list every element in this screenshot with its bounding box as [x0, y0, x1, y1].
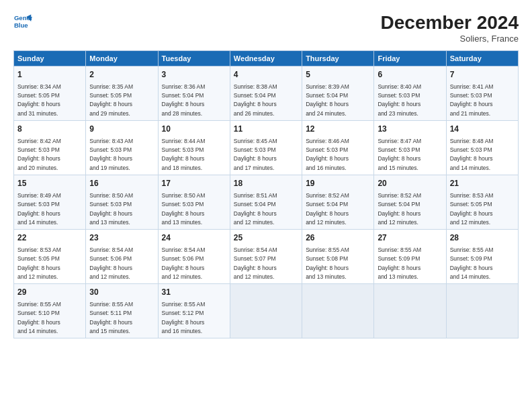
location-subtitle: Soliers, France	[381, 34, 519, 44]
table-row: 9Sunrise: 8:43 AMSunset: 5:03 PMDaylight…	[86, 121, 158, 175]
col-saturday: Saturday	[446, 51, 518, 66]
table-row: 17Sunrise: 8:50 AMSunset: 5:03 PMDayligh…	[158, 175, 230, 230]
col-monday: Monday	[86, 51, 158, 66]
table-row	[230, 284, 302, 338]
col-thursday: Thursday	[302, 51, 374, 66]
table-row: 6Sunrise: 8:40 AMSunset: 5:03 PMDaylight…	[374, 66, 446, 121]
table-row: 14Sunrise: 8:48 AMSunset: 5:03 PMDayligh…	[446, 121, 518, 175]
col-wednesday: Wednesday	[230, 51, 302, 66]
month-title: December 2024	[381, 12, 519, 34]
table-row: 29Sunrise: 8:55 AMSunset: 5:10 PMDayligh…	[14, 284, 86, 338]
calendar-header-row: Sunday Monday Tuesday Wednesday Thursday…	[14, 51, 519, 66]
table-row: 8Sunrise: 8:42 AMSunset: 5:03 PMDaylight…	[14, 121, 86, 175]
table-row: 19Sunrise: 8:52 AMSunset: 5:04 PMDayligh…	[302, 175, 374, 230]
table-row: 1Sunrise: 8:34 AMSunset: 5:05 PMDaylight…	[14, 66, 86, 121]
table-row	[374, 284, 446, 338]
table-row: 31Sunrise: 8:55 AMSunset: 5:12 PMDayligh…	[158, 284, 230, 338]
table-row	[446, 284, 518, 338]
logo: General Blue General Blue	[13, 12, 32, 31]
table-row: 7Sunrise: 8:41 AMSunset: 5:03 PMDaylight…	[446, 66, 518, 121]
calendar-table: Sunday Monday Tuesday Wednesday Thursday…	[13, 50, 519, 338]
table-row: 21Sunrise: 8:53 AMSunset: 5:05 PMDayligh…	[446, 175, 518, 230]
table-row: 4Sunrise: 8:38 AMSunset: 5:04 PMDaylight…	[230, 66, 302, 121]
table-row	[302, 284, 374, 338]
table-row: 10Sunrise: 8:44 AMSunset: 5:03 PMDayligh…	[158, 121, 230, 175]
calendar-week-0: 1Sunrise: 8:34 AMSunset: 5:05 PMDaylight…	[14, 66, 519, 121]
calendar-week-4: 29Sunrise: 8:55 AMSunset: 5:10 PMDayligh…	[14, 284, 519, 338]
table-row: 2Sunrise: 8:35 AMSunset: 5:05 PMDaylight…	[86, 66, 158, 121]
table-row: 27Sunrise: 8:55 AMSunset: 5:09 PMDayligh…	[374, 230, 446, 284]
svg-text:Blue: Blue	[14, 21, 28, 29]
table-row: 28Sunrise: 8:55 AMSunset: 5:09 PMDayligh…	[446, 230, 518, 284]
table-row: 26Sunrise: 8:55 AMSunset: 5:08 PMDayligh…	[302, 230, 374, 284]
col-sunday: Sunday	[14, 51, 86, 66]
table-row: 12Sunrise: 8:46 AMSunset: 5:03 PMDayligh…	[302, 121, 374, 175]
table-row: 22Sunrise: 8:53 AMSunset: 5:05 PMDayligh…	[14, 230, 86, 284]
calendar-week-3: 22Sunrise: 8:53 AMSunset: 5:05 PMDayligh…	[14, 230, 519, 284]
table-row: 20Sunrise: 8:52 AMSunset: 5:04 PMDayligh…	[374, 175, 446, 230]
table-row: 5Sunrise: 8:39 AMSunset: 5:04 PMDaylight…	[302, 66, 374, 121]
table-row: 15Sunrise: 8:49 AMSunset: 5:03 PMDayligh…	[14, 175, 86, 230]
table-row: 3Sunrise: 8:36 AMSunset: 5:04 PMDaylight…	[158, 66, 230, 121]
table-row: 11Sunrise: 8:45 AMSunset: 5:03 PMDayligh…	[230, 121, 302, 175]
header: General Blue General Blue December 2024 …	[13, 12, 519, 44]
table-row: 30Sunrise: 8:55 AMSunset: 5:11 PMDayligh…	[86, 284, 158, 338]
table-row: 13Sunrise: 8:47 AMSunset: 5:03 PMDayligh…	[374, 121, 446, 175]
table-row: 24Sunrise: 8:54 AMSunset: 5:06 PMDayligh…	[158, 230, 230, 284]
col-tuesday: Tuesday	[158, 51, 230, 66]
table-row: 23Sunrise: 8:54 AMSunset: 5:06 PMDayligh…	[86, 230, 158, 284]
page: General Blue General Blue December 2024 …	[0, 0, 532, 345]
table-row: 25Sunrise: 8:54 AMSunset: 5:07 PMDayligh…	[230, 230, 302, 284]
table-row: 18Sunrise: 8:51 AMSunset: 5:04 PMDayligh…	[230, 175, 302, 230]
title-block: December 2024 Soliers, France	[381, 12, 519, 44]
table-row: 16Sunrise: 8:50 AMSunset: 5:03 PMDayligh…	[86, 175, 158, 230]
calendar-week-1: 8Sunrise: 8:42 AMSunset: 5:03 PMDaylight…	[14, 121, 519, 175]
col-friday: Friday	[374, 51, 446, 66]
calendar-week-2: 15Sunrise: 8:49 AMSunset: 5:03 PMDayligh…	[14, 175, 519, 230]
logo-icon: General Blue	[13, 12, 32, 31]
